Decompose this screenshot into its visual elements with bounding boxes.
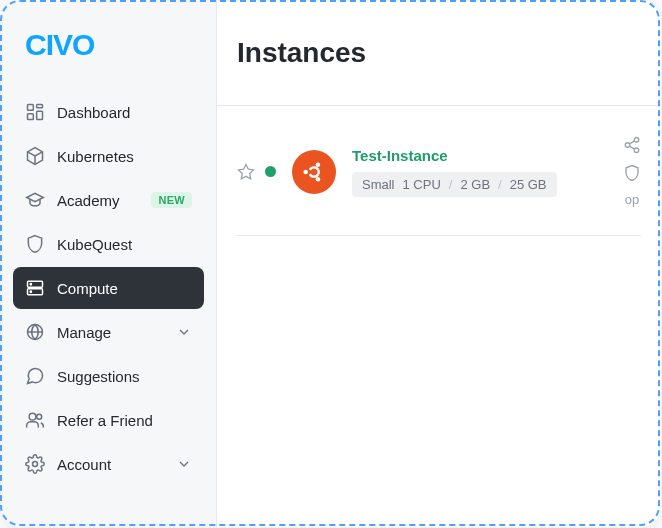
svg-point-15 bbox=[303, 169, 308, 174]
separator: / bbox=[449, 177, 453, 192]
instance-actions: op bbox=[623, 136, 641, 207]
svg-line-21 bbox=[629, 146, 634, 149]
sidebar-item-label: Manage bbox=[57, 324, 164, 341]
cube-icon bbox=[25, 146, 45, 166]
gear-icon bbox=[25, 454, 45, 474]
separator: / bbox=[498, 177, 502, 192]
server-icon bbox=[25, 278, 45, 298]
sidebar-item-manage[interactable]: Manage bbox=[13, 311, 204, 353]
svg-rect-3 bbox=[37, 111, 43, 119]
sidebar-item-kubequest[interactable]: KubeQuest bbox=[13, 223, 204, 265]
dashboard-icon bbox=[25, 102, 45, 122]
sidebar-item-academy[interactable]: Academy NEW bbox=[13, 179, 204, 221]
sidebar-item-label: Kubernetes bbox=[57, 148, 192, 165]
app-window: CIVO Dashboard Kubernetes Academy NEW bbox=[1, 1, 661, 527]
main-content: Instances Test-Instance bbox=[217, 1, 661, 527]
globe-icon bbox=[25, 322, 45, 342]
firewall-shield-icon[interactable] bbox=[623, 164, 641, 186]
sidebar-item-label: Compute bbox=[57, 280, 192, 297]
share-icon[interactable] bbox=[623, 136, 641, 158]
sidebar-item-account[interactable]: Account bbox=[13, 443, 204, 485]
sidebar-item-dashboard[interactable]: Dashboard bbox=[13, 91, 204, 133]
svg-point-17 bbox=[316, 176, 321, 181]
svg-point-10 bbox=[29, 413, 36, 420]
svg-rect-2 bbox=[37, 105, 43, 108]
academy-icon bbox=[25, 190, 45, 210]
svg-point-19 bbox=[625, 143, 630, 148]
svg-point-18 bbox=[634, 138, 639, 143]
brand-logo[interactable]: CIVO bbox=[13, 29, 204, 91]
svg-point-7 bbox=[30, 284, 31, 285]
instance-info: Test-Instance Small 1 CPU / 2 GB / 25 GB bbox=[352, 147, 603, 197]
svg-rect-1 bbox=[28, 105, 34, 111]
svg-point-8 bbox=[30, 291, 31, 292]
page-title: Instances bbox=[237, 37, 641, 69]
sidebar-item-compute[interactable]: Compute bbox=[13, 267, 204, 309]
sidebar-item-label: Suggestions bbox=[57, 368, 192, 385]
ubuntu-icon bbox=[292, 150, 336, 194]
spec-ram: 2 GB bbox=[460, 177, 490, 192]
spec-size: Small bbox=[362, 177, 395, 192]
users-icon bbox=[25, 410, 45, 430]
svg-point-16 bbox=[316, 162, 321, 167]
favorite-star-button[interactable] bbox=[237, 163, 255, 181]
svg-line-22 bbox=[629, 141, 634, 144]
instance-name-link[interactable]: Test-Instance bbox=[352, 147, 603, 164]
sidebar-item-kubernetes[interactable]: Kubernetes bbox=[13, 135, 204, 177]
svg-point-11 bbox=[37, 414, 42, 419]
sidebar-item-label: Dashboard bbox=[57, 104, 192, 121]
shield-icon bbox=[25, 234, 45, 254]
sidebar-item-label: Account bbox=[57, 456, 164, 473]
svg-point-12 bbox=[33, 462, 38, 467]
sidebar-item-label: Refer a Friend bbox=[57, 412, 192, 429]
svg-point-20 bbox=[634, 148, 639, 153]
sidebar: CIVO Dashboard Kubernetes Academy NEW bbox=[1, 1, 217, 527]
op-label: op bbox=[625, 192, 639, 207]
spec-cpu: 1 CPU bbox=[403, 177, 441, 192]
page-header: Instances bbox=[217, 1, 661, 106]
new-badge: NEW bbox=[151, 192, 192, 208]
spec-disk: 25 GB bbox=[510, 177, 547, 192]
sidebar-item-label: Academy bbox=[57, 192, 139, 209]
instance-specs: Small 1 CPU / 2 GB / 25 GB bbox=[352, 172, 557, 197]
status-dot-active bbox=[265, 166, 276, 177]
svg-marker-13 bbox=[239, 164, 254, 178]
svg-rect-4 bbox=[28, 114, 34, 120]
chat-icon bbox=[25, 366, 45, 386]
sidebar-item-label: KubeQuest bbox=[57, 236, 192, 253]
chevron-down-icon bbox=[176, 324, 192, 340]
svg-text:CIVO: CIVO bbox=[25, 29, 95, 61]
sidebar-item-refer[interactable]: Refer a Friend bbox=[13, 399, 204, 441]
instance-row[interactable]: Test-Instance Small 1 CPU / 2 GB / 25 GB… bbox=[237, 106, 641, 236]
sidebar-item-suggestions[interactable]: Suggestions bbox=[13, 355, 204, 397]
chevron-down-icon bbox=[176, 456, 192, 472]
